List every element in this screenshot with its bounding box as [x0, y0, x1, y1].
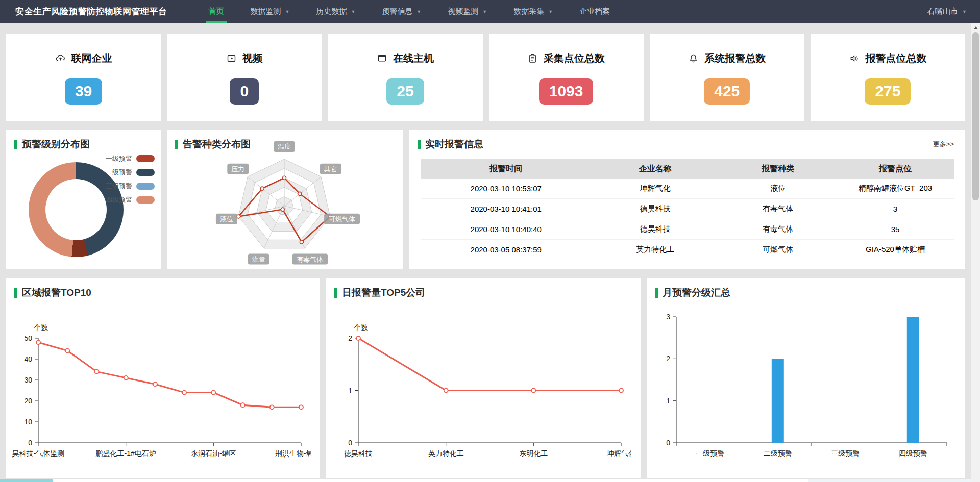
svg-text:流量: 流量 [252, 256, 265, 263]
footer-teal-block [0, 479, 53, 482]
top-nav: 安全生产风险预警防控物联网管理平台 首页 数据监测 ▼ 历史数据 ▼ 预警信息 … [0, 0, 980, 23]
panel-title: 预警级别分布图 [6, 130, 161, 151]
svg-text:荆洪生物-氧化反: 荆洪生物-氧化反 [275, 449, 311, 458]
title-marker [14, 140, 17, 149]
table-cell: 2020-03-10 10:41:01 [421, 205, 591, 213]
svg-text:有毒气体: 有毒气体 [297, 256, 323, 263]
svg-text:东明化工: 东明化工 [519, 449, 548, 458]
nav-item-data-collect[interactable]: 数据采集 ▼ [500, 0, 566, 23]
title-marker [334, 288, 337, 298]
svg-text:个数: 个数 [33, 323, 48, 332]
table-cell: 有毒气体 [719, 224, 837, 234]
table-row: 2020-03-10 10:53:07坤辉气化液位精醇南罐液位GT_203 [421, 179, 954, 199]
legend-swatch [136, 155, 155, 162]
svg-text:50: 50 [24, 334, 32, 342]
panel-title-text: 月预警分级汇总 [663, 286, 730, 299]
middle-row: 预警级别分布图 一级预警 二级预警 三级预警 四级预警 告警种类分布图 温度 其… [6, 130, 965, 269]
legend-swatch [136, 169, 155, 176]
svg-text:其它: 其它 [324, 165, 337, 173]
speaker-icon [849, 53, 860, 64]
svg-text:30: 30 [24, 376, 32, 384]
svg-text:永润石油-罐区: 永润石油-罐区 [191, 449, 236, 458]
nav-item-history-data[interactable]: 历史数据 ▼ [303, 0, 369, 23]
panel-title-text: 预警级别分布图 [22, 138, 90, 151]
table-cell: 精醇南罐液位GT_203 [837, 184, 954, 193]
title-marker [655, 288, 658, 298]
table-header-cell: 企业名称 [591, 164, 719, 174]
table-cell: 德昊科技 [591, 204, 719, 214]
table-cell: 3 [837, 205, 954, 213]
svg-text:一级预警: 一级预警 [696, 449, 724, 458]
svg-text:温度: 温度 [278, 143, 291, 150]
svg-text:1: 1 [348, 387, 352, 395]
panel-realtime-alarms: 实时报警信息 更多>> 报警时间企业名称报警种类报警点位 2020-03-10 … [409, 130, 965, 269]
stat-card-header: 采集点位总数 [527, 52, 605, 65]
region-selector[interactable]: 石嘴山市 ▼ [927, 0, 967, 23]
legend-label: 三级预警 [106, 182, 132, 191]
title-marker [418, 140, 421, 149]
panel-daily-top5: 日报警量TOP5公司 0 1 2个数 德昊科技 英力特化工 东明化工 坤辉气化 [326, 278, 641, 478]
stat-card-collection-points-total: 采集点位总数 1093 [489, 34, 644, 121]
daily-top5-line-chart: 0 1 2个数 德昊科技 英力特化工 东明化工 坤辉气化 [330, 302, 631, 473]
vertical-scrollbar[interactable] [971, 23, 980, 482]
chevron-down-icon: ▼ [285, 9, 290, 14]
video-play-icon [226, 53, 237, 64]
nav-item-warning-info[interactable]: 预警信息 ▼ [369, 0, 434, 23]
app-title: 安全生产风险预警防控物联网管理平台 [15, 0, 167, 23]
stat-card-online-hosts: 在线主机 25 [328, 34, 482, 121]
table-cell: 2020-03-10 10:53:07 [421, 184, 591, 193]
stat-label: 联网企业 [71, 52, 112, 65]
stat-value-badge: 1093 [539, 78, 594, 105]
nav-item-enterprise-archive[interactable]: 企业档案 [566, 0, 623, 23]
svg-text:四级预警: 四级预警 [899, 449, 927, 458]
stat-value-badge: 25 [386, 78, 424, 105]
stat-value-badge: 275 [865, 78, 911, 105]
legend-label: 四级预警 [106, 195, 132, 205]
svg-text:0: 0 [666, 439, 670, 447]
stat-value-badge: 425 [704, 78, 750, 105]
nav-item-label: 首页 [209, 7, 224, 16]
nav-menu: 首页 数据监测 ▼ 历史数据 ▼ 预警信息 ▼ 视频监测 ▼ 数据采集 ▼ 企业… [195, 0, 624, 23]
svg-text:鹏盛化工-1#电石炉: 鹏盛化工-1#电石炉 [96, 449, 156, 458]
nav-item-label: 企业档案 [579, 7, 610, 16]
region-label: 石嘴山市 [927, 7, 958, 16]
stat-value-badge: 39 [65, 78, 102, 105]
svg-text:2: 2 [348, 334, 352, 342]
table-row: 2020-03-05 08:37:59英力特化工可燃气体GIA-520单体贮槽 [421, 240, 954, 260]
legend-item: 四级预警 [106, 195, 155, 205]
scrollbar-thumb[interactable] [972, 32, 979, 200]
svg-text:二级预警: 二级预警 [764, 449, 792, 458]
svg-text:3: 3 [666, 313, 670, 321]
panel-title-text: 区域报警TOP10 [22, 286, 91, 299]
region-top10-line-chart: 0 10 20 30 40 50个数 昊科技-气体监测 鹏盛化工-1#电石炉 永… [10, 302, 311, 473]
table-body: 2020-03-10 10:53:07坤辉气化液位精醇南罐液位GT_203202… [421, 179, 954, 260]
nav-item-video-monitor[interactable]: 视频监测 ▼ [434, 0, 500, 23]
svg-text:可燃气体: 可燃气体 [329, 215, 355, 223]
nav-item-label: 历史数据 [316, 7, 347, 16]
stat-card-header: 联网企业 [55, 52, 112, 65]
footer-strip [0, 479, 980, 482]
table-row: 2020-03-10 10:40:40德昊科技有毒气体35 [421, 219, 954, 240]
svg-text:10: 10 [24, 418, 32, 426]
cloud-upload-icon [55, 53, 66, 64]
bottom-row: 区域报警TOP10 0 10 20 30 40 50个数 昊科技-气体监测 鹏盛… [6, 278, 965, 478]
svg-text:英力特化工: 英力特化工 [428, 449, 464, 458]
table-cell: 35 [837, 225, 954, 234]
table-header-cell: 报警点位 [837, 164, 954, 174]
nav-item-label: 预警信息 [382, 7, 412, 16]
more-link[interactable]: 更多>> [933, 140, 954, 149]
svg-text:40: 40 [24, 355, 32, 363]
stats-row: 联网企业 39 视频 0 在线主机 25 采集点位总数 1093 系统报警总数 … [6, 34, 965, 121]
table-header-row: 报警时间企业名称报警种类报警点位 [421, 159, 954, 179]
panel-alarm-type: 告警种类分布图 温度 其它 可燃气体 有毒气体 流量 液位 压力 [167, 130, 403, 269]
stat-card-connected-enterprises: 联网企业 39 [6, 34, 161, 121]
panel-title: 区域报警TOP10 [6, 278, 320, 299]
scroll-up-button[interactable] [971, 23, 980, 32]
nav-item-home[interactable]: 首页 [195, 0, 237, 23]
stat-card-header: 报警点位总数 [849, 52, 926, 65]
stat-card-header: 视频 [226, 52, 263, 65]
svg-text:20: 20 [24, 397, 32, 405]
nav-item-data-monitor[interactable]: 数据监测 ▼ [237, 0, 303, 23]
chevron-down-icon: ▼ [962, 9, 967, 14]
panel-monthly-summary: 月预警分级汇总 0 1 2 3一级预警二级预警三级预警四级预警 [647, 278, 965, 478]
